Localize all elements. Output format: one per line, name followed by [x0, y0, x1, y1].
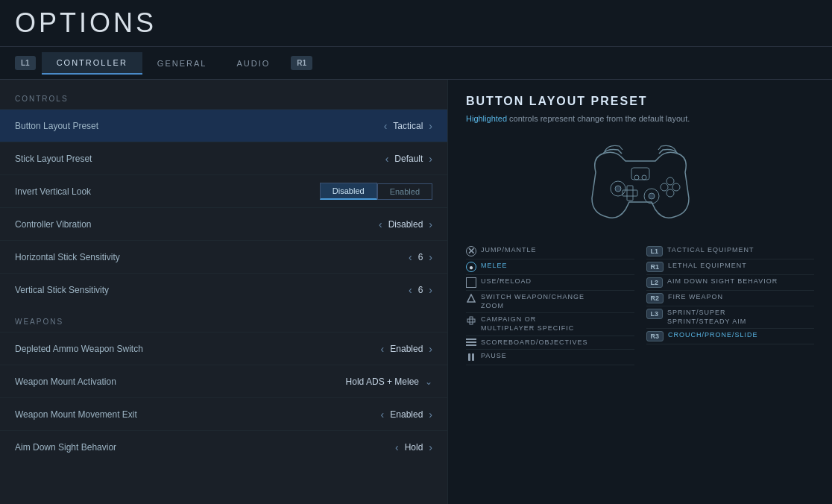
svg-point-6	[666, 177, 674, 185]
weapon-mount-exit-left-arrow[interactable]: ‹	[381, 409, 385, 420]
tab-controller[interactable]: CONTROLLER	[42, 52, 142, 75]
map-campaign: CAMPAIGN OR MULTIPLAYER SPECIFIC	[466, 313, 634, 336]
svg-point-11	[642, 175, 646, 180]
option-label-vibration: Controller Vibration	[15, 219, 379, 230]
option-label-h-sensitivity: Horizontal Stick Sensitivity	[15, 252, 409, 262]
mappings-right-col: L1 TACTICAL EQUIPMENT R1 LETHAL EQUIPMEN…	[646, 244, 815, 365]
map-use-reload: USE/RELOAD	[466, 275, 634, 291]
mappings-left-col: ✕ JUMP/MANTLE ● MELEE USE/RELOAD SWITCH …	[466, 244, 634, 365]
controller-illustration	[466, 135, 814, 232]
button-layout-left-arrow[interactable]: ‹	[384, 120, 388, 132]
r3-badge: R3	[646, 331, 664, 341]
svg-rect-18	[466, 344, 476, 346]
svg-point-8	[661, 183, 668, 191]
preset-title: BUTTON LAYOUT PRESET	[466, 95, 814, 108]
highlighted-word: Highlighted	[466, 114, 507, 123]
triangle-icon	[466, 293, 476, 303]
option-value-h-sensitivity: ‹ 6 ›	[409, 251, 432, 263]
svg-rect-17	[466, 341, 476, 343]
r1-badge: R1	[646, 262, 664, 272]
r2-badge: R2	[646, 293, 664, 303]
left-panel: CONTROLS Button Layout Preset ‹ Tactical…	[0, 80, 447, 504]
option-label-ads: Aim Down Sight Behavior	[15, 442, 395, 453]
melee-label: MELEE	[481, 262, 508, 271]
svg-marker-13	[467, 294, 475, 302]
preset-description: Highlighted controls represent change fr…	[466, 114, 814, 123]
campaign-label: CAMPAIGN OR MULTIPLAYER SPECIFIC	[481, 315, 574, 333]
option-label-weapon-mount: Weapon Mount Activation	[15, 377, 346, 387]
map-melee: ● MELEE	[466, 259, 634, 275]
tab-bar: L1 CONTROLLER GENERAL AUDIO R1	[0, 47, 832, 80]
svg-point-3	[649, 193, 655, 199]
invert-enabled-option[interactable]: Enabled	[377, 183, 432, 200]
svg-rect-16	[466, 338, 476, 340]
left-trigger-badge: L1	[15, 56, 36, 70]
option-value-v-sensitivity: ‹ 6 ›	[409, 284, 432, 296]
h-sensitivity-right-arrow[interactable]: ›	[429, 251, 432, 263]
vibration-right-arrow[interactable]: ›	[429, 218, 432, 230]
h-sensitivity-left-arrow[interactable]: ‹	[409, 251, 412, 263]
tab-general[interactable]: GENERAL	[142, 53, 222, 74]
controls-section-label: CONTROLS	[0, 95, 447, 103]
map-r3-crouch: R3 CROUCH/PRONE/SLIDE	[646, 329, 815, 344]
l3-badge: L3	[646, 309, 664, 319]
invert-disabled-option[interactable]: Disabled	[320, 183, 377, 200]
switch-weapon-label: SWITCH WEAPON/CHANGE ZOOM	[481, 293, 584, 310]
option-controller-vibration: Controller Vibration ‹ Disabled ›	[0, 207, 447, 240]
preset-desc-suffix: controls represent change from the defau…	[509, 114, 690, 123]
square-icon	[466, 277, 476, 288]
option-label-weapon-mount-exit: Weapon Mount Movement Exit	[15, 409, 381, 420]
option-aim-down-sight: Aim Down Sight Behavior ‹ Hold ›	[0, 430, 447, 463]
option-button-layout-preset: Button Layout Preset ‹ Tactical ›	[0, 109, 447, 142]
stick-layout-left-arrow[interactable]: ‹	[385, 153, 389, 165]
option-value-ads: ‹ Hold ›	[395, 441, 432, 453]
map-l3-sprint: L3 SPRINT/SUPER SPRINT/STEADY AIM	[646, 306, 815, 329]
pause-icon	[466, 352, 476, 362]
button-layout-right-arrow[interactable]: ›	[429, 120, 432, 132]
svg-rect-15	[467, 319, 475, 322]
svg-point-12	[634, 175, 639, 180]
lines-icon	[466, 338, 476, 346]
option-invert-vertical-look: Invert Vertical Look Disabled Enabled	[0, 174, 447, 207]
option-weapon-mount-exit: Weapon Mount Movement Exit ‹ Enabled ›	[0, 397, 447, 430]
weapons-section: WEAPONS Depleted Ammo Weapon Switch ‹ En…	[0, 318, 447, 463]
tactical-equipment-label: TACTICAL EQUIPMENT	[667, 246, 754, 255]
option-stick-layout-preset: Stick Layout Preset ‹ Default ›	[0, 142, 447, 174]
map-l1-tactical: L1 TACTICAL EQUIPMENT	[646, 244, 815, 259]
main-content: CONTROLS Button Layout Preset ‹ Tactical…	[0, 80, 832, 504]
map-scoreboard: SCOREBOARD/OBJECTIVES	[466, 336, 634, 350]
map-r2-fire: R2 FIRE WEAPON	[646, 291, 815, 306]
ads-left-arrow[interactable]: ‹	[395, 441, 399, 453]
option-value-depleted-ammo: ‹ Enabled ›	[381, 343, 432, 355]
option-label-v-sensitivity: Vertical Stick Sensitivity	[15, 285, 409, 295]
option-label-stick-layout: Stick Layout Preset	[15, 154, 385, 164]
option-label-button-layout: Button Layout Preset	[15, 121, 384, 131]
weapon-mount-exit-right-arrow[interactable]: ›	[429, 409, 432, 420]
use-reload-label: USE/RELOAD	[481, 277, 532, 286]
depleted-ammo-left-arrow[interactable]: ‹	[381, 343, 385, 355]
button-mappings: ✕ JUMP/MANTLE ● MELEE USE/RELOAD SWITCH …	[466, 244, 814, 365]
jump-mantle-label: JUMP/MANTLE	[481, 246, 537, 255]
option-depleted-ammo: Depleted Ammo Weapon Switch ‹ Enabled ›	[0, 332, 447, 365]
l1-badge: L1	[646, 246, 664, 256]
option-value-button-layout: ‹ Tactical ›	[384, 120, 432, 132]
option-value-weapon-mount: Hold ADS + Melee ⌄	[346, 377, 432, 387]
tab-audio[interactable]: AUDIO	[221, 53, 285, 74]
v-sensitivity-left-arrow[interactable]: ‹	[409, 284, 412, 296]
svg-point-9	[666, 189, 674, 197]
ads-right-arrow[interactable]: ›	[429, 441, 432, 453]
map-switch-weapon: SWITCH WEAPON/CHANGE ZOOM	[466, 291, 634, 313]
fire-weapon-label: FIRE WEAPON	[668, 293, 723, 302]
stick-layout-right-arrow[interactable]: ›	[429, 153, 432, 165]
weapon-mount-dropdown-arrow[interactable]: ⌄	[425, 377, 432, 387]
pause-label: PAUSE	[481, 352, 507, 361]
right-trigger-badge: R1	[291, 56, 312, 70]
depleted-ammo-right-arrow[interactable]: ›	[429, 343, 432, 355]
vibration-left-arrow[interactable]: ‹	[379, 218, 382, 230]
option-value-vibration: ‹ Disabled ›	[379, 218, 432, 230]
option-label-invert-vertical: Invert Vertical Look	[15, 186, 320, 197]
lethal-equipment-label: LETHAL EQUIPMENT	[668, 262, 747, 271]
v-sensitivity-right-arrow[interactable]: ›	[429, 284, 432, 296]
map-r1-lethal: R1 LETHAL EQUIPMENT	[646, 259, 815, 275]
sprint-label: SPRINT/SUPER SPRINT/STEADY AIM	[667, 309, 746, 326]
